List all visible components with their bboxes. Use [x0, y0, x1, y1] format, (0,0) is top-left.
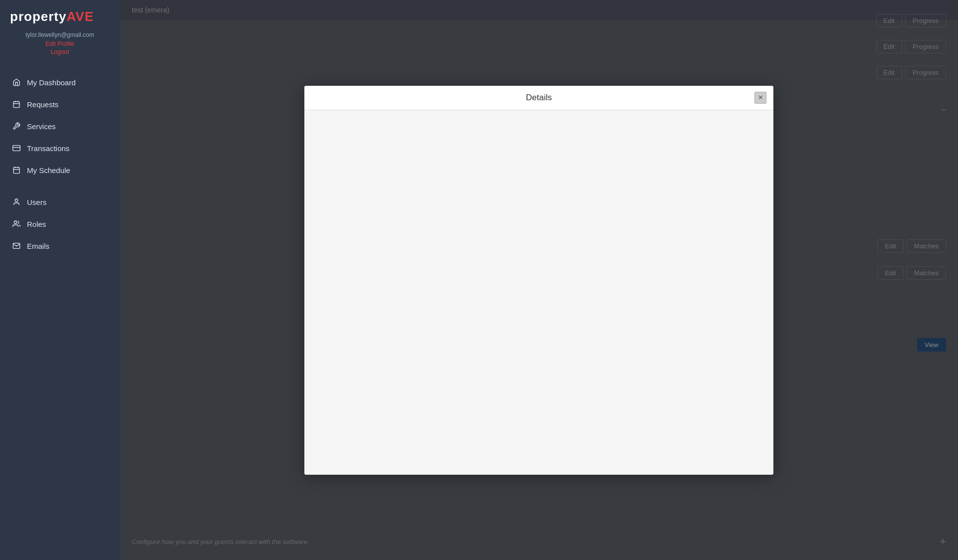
- details-modal: Details ✕: [304, 86, 773, 475]
- sidebar-item-label-dashboard: My Dashboard: [27, 78, 76, 87]
- modal-overlay: Details ✕: [120, 0, 958, 560]
- users-icon: [12, 219, 21, 228]
- calendar-icon: [12, 100, 21, 109]
- logout-link[interactable]: Logout: [10, 48, 110, 55]
- sidebar-item-label-users: Users: [27, 198, 46, 206]
- sidebar-item-label-roles: Roles: [27, 220, 46, 228]
- sidebar-item-requests[interactable]: Requests: [0, 93, 120, 115]
- logo-property-text: property: [10, 9, 66, 24]
- svg-point-12: [15, 199, 17, 201]
- svg-rect-6: [13, 168, 19, 174]
- sidebar-item-label-requests: Requests: [27, 100, 58, 109]
- sidebar-item-services[interactable]: Services: [0, 115, 120, 137]
- modal-header: Details ✕: [304, 86, 773, 110]
- sidebar-item-transactions[interactable]: Transactions: [0, 137, 120, 159]
- sidebar-nav: My Dashboard Requests Services: [0, 71, 120, 560]
- svg-rect-0: [13, 102, 19, 108]
- logo-ave-text: AVE: [66, 9, 94, 24]
- edit-profile-link[interactable]: Edit Profile: [10, 40, 110, 47]
- modal-title: Details: [526, 93, 552, 103]
- close-icon: ✕: [758, 94, 763, 101]
- sidebar-item-dashboard[interactable]: My Dashboard: [0, 71, 120, 93]
- modal-body: [304, 110, 773, 475]
- envelope-icon: [12, 241, 21, 250]
- sidebar-user-info: tylor.llewellyn@gmail.com Edit Profile L…: [0, 29, 120, 63]
- svg-rect-4: [13, 146, 20, 151]
- sidebar-logo: propertyAVE: [0, 0, 120, 29]
- credit-card-icon: [12, 144, 21, 153]
- sidebar-item-users[interactable]: Users: [0, 191, 120, 213]
- sidebar-item-label-services: Services: [27, 122, 56, 131]
- svg-point-13: [14, 221, 16, 223]
- sidebar-item-my-schedule[interactable]: My Schedule: [0, 159, 120, 181]
- logo: propertyAVE: [10, 9, 110, 24]
- sidebar-item-label-my-schedule: My Schedule: [27, 166, 70, 175]
- sidebar-item-emails[interactable]: Emails: [0, 235, 120, 257]
- wrench-icon: [12, 122, 21, 131]
- sidebar-item-roles[interactable]: Roles: [0, 213, 120, 235]
- user-icon: [12, 197, 21, 206]
- sidebar: propertyAVE tylor.llewellyn@gmail.com Ed…: [0, 0, 120, 560]
- sidebar-item-label-emails: Emails: [27, 242, 49, 250]
- modal-close-button[interactable]: ✕: [754, 92, 766, 104]
- calendar-alt-icon: [12, 166, 21, 175]
- house-icon: [12, 78, 21, 87]
- sidebar-item-label-transactions: Transactions: [27, 144, 69, 153]
- user-email: tylor.llewellyn@gmail.com: [10, 31, 110, 38]
- main-content: test (emera) Edit Progress Edit Progress…: [120, 0, 958, 560]
